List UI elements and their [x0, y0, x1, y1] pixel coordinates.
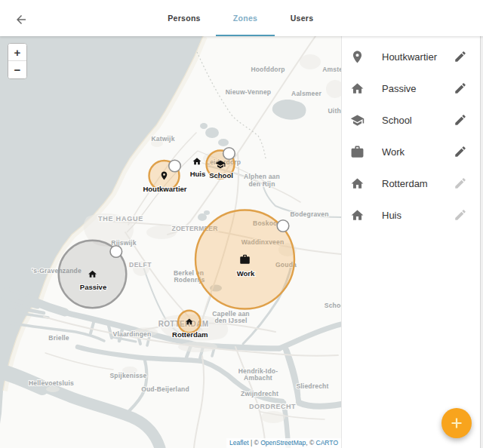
leaflet-link[interactable]: Leaflet	[229, 439, 249, 446]
map-zone-passive: Passive	[59, 241, 127, 308]
map-label-nieuw-vennep: Nieuw-Vennep	[226, 88, 272, 96]
zone-map-label-work: Work	[237, 269, 255, 278]
zone-resize-handle-work[interactable]	[277, 220, 289, 232]
tab-users[interactable]: Users	[291, 0, 314, 35]
edit-zone-button-work[interactable]	[454, 145, 467, 158]
sidebar-item-passive[interactable]: Passive	[342, 72, 483, 104]
map-canvas[interactable]: KatwijkHoofddorpNieuw-VennepAalsmeerAmst…	[0, 36, 341, 448]
sidebar-item-school[interactable]: School	[342, 104, 483, 136]
sidebar-item-rotterdam[interactable]: Rotterdam	[342, 167, 483, 199]
map-label-dordrecht: DORDRECHT	[249, 403, 296, 410]
zone-resize-handle-houtkwartier[interactable]	[169, 160, 181, 172]
map-label-hoofddorp: Hoofddorp	[251, 66, 285, 73]
map-tiles: KatwijkHoofddorpNieuw-VennepAalsmeerAmst…	[0, 36, 341, 448]
map-label-sliedrecht: Sliedrecht	[296, 382, 328, 390]
home-icon	[350, 81, 365, 96]
map-zoom-control: + −	[8, 43, 27, 79]
pencil-icon	[454, 176, 467, 190]
map-zone-work: Work	[195, 210, 294, 309]
edit-zone-button-passive[interactable]	[454, 81, 467, 95]
zone-map-label-houtkwartier: Houtkwartier	[143, 185, 186, 193]
zone-map-label-school: School	[209, 171, 233, 180]
zone-map-label-huis: Huis	[190, 170, 206, 178]
zoom-in-button[interactable]: +	[8, 44, 26, 61]
home-icon	[350, 176, 365, 191]
pencil-icon	[454, 50, 467, 63]
place-icon	[350, 50, 365, 64]
map-label-zwijndrecht: Zwijndrecht	[241, 390, 278, 397]
zone-name-label: Rotterdam	[382, 178, 454, 189]
back-button[interactable]	[12, 9, 30, 27]
sidebar-item-work[interactable]: Work	[342, 136, 483, 167]
zone-resize-handle-passive[interactable]	[110, 246, 122, 258]
arrow-back-icon	[14, 13, 28, 26]
carto-link[interactable]: CARTO	[316, 439, 338, 446]
active-tab-indicator	[216, 35, 275, 36]
map-label-oud-beijerland: Oud-Beijerland	[141, 385, 189, 393]
school-icon	[350, 113, 365, 127]
zones-sidebar: HoutkwartierPassiveSchoolWorkRotterdamHu…	[341, 36, 483, 448]
openstreetmap-link[interactable]: OpenStreetMap	[260, 439, 306, 446]
zone-name-label: School	[382, 115, 454, 126]
map-label-aalsmeer: Aalsmeer	[291, 90, 321, 97]
map-attribution: Leaflet | © OpenStreetMap, © CARTO	[226, 438, 341, 448]
pencil-icon	[454, 113, 467, 127]
zone-list: HoutkwartierPassiveSchoolWorkRotterdamHu…	[342, 36, 483, 231]
edit-zone-button-huis[interactable]	[454, 208, 467, 222]
map-label-uithoorn: Uithoorn	[328, 107, 341, 115]
map-label-amstelveen: Amstelveen	[322, 66, 341, 73]
sidebar-item-huis[interactable]: Huis	[342, 199, 483, 231]
map-label-delft: DELFT	[129, 261, 152, 268]
plus-icon	[449, 416, 464, 431]
map-label-den-ijssel: den IJssel	[214, 317, 247, 324]
map-label-ambacht: Ambacht	[244, 374, 272, 382]
map-label-schoonhoven: Schoonhoven	[325, 302, 341, 309]
map-label-hellevoetsluis: Hellevoetsluis	[29, 379, 74, 387]
pencil-icon	[454, 81, 467, 95]
osm-copyright: ©	[254, 439, 261, 446]
add-zone-fab[interactable]	[441, 408, 472, 438]
scrollbar[interactable]	[480, 36, 483, 448]
top-app-bar: Persons Zones Users	[0, 0, 483, 36]
zone-resize-handle-school[interactable]	[223, 148, 235, 160]
map-label-vlaardingen: Vlaardingen	[113, 330, 152, 338]
map-label-den-rijn: den Rijn	[248, 180, 275, 188]
map-label-brielle: Brielle	[48, 334, 69, 342]
pencil-icon	[454, 208, 467, 222]
map-label-spijkenisse: Spijkenisse	[110, 372, 147, 379]
home-icon	[350, 208, 365, 222]
zoom-out-button[interactable]: −	[8, 61, 26, 78]
attribution-separator: |	[249, 439, 254, 446]
zone-map-label-rotterdam: Rotterdam	[172, 330, 208, 339]
edit-zone-button-school[interactable]	[454, 113, 467, 127]
edit-zone-button-rotterdam[interactable]	[454, 176, 467, 190]
map-label-bodegraven: Bodegraven	[290, 210, 328, 218]
pencil-icon	[454, 145, 467, 158]
zone-name-label: Passive	[382, 83, 454, 94]
map-label-the-hague: THE HAGUE	[98, 215, 143, 222]
map-label-katwijk: Katwijk	[151, 135, 174, 143]
tab-persons[interactable]: Persons	[168, 0, 201, 35]
zone-name-label: Work	[382, 146, 454, 158]
carto-copyright: , ©	[306, 439, 315, 446]
zone-name-label: Houtkwartier	[382, 51, 454, 63]
tab-zones[interactable]: Zones	[233, 0, 257, 35]
edit-zone-button-houtkwartier[interactable]	[454, 50, 467, 63]
work-icon	[350, 145, 365, 159]
zone-map-label-passive: Passive	[80, 283, 106, 291]
sidebar-item-houtkwartier[interactable]: Houtkwartier	[342, 41, 483, 72]
zone-name-label: Huis	[382, 210, 454, 221]
map-label-alphen-aan: Alphen aan	[244, 173, 280, 180]
